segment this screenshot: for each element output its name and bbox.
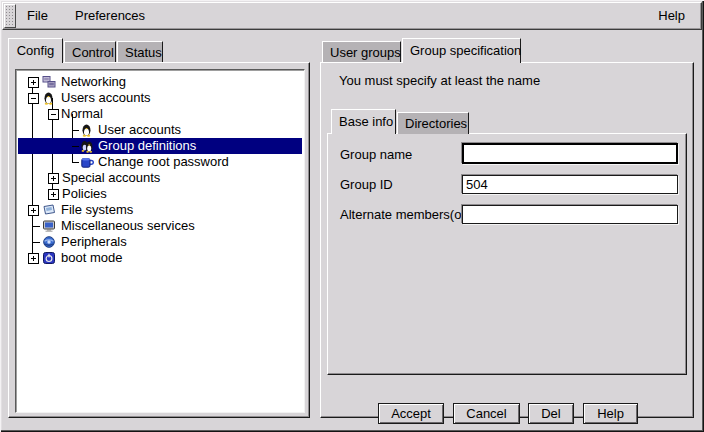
cancel-button[interactable]: Cancel [453,403,520,424]
tab-base-info[interactable]: Base info [331,109,396,134]
tree-item-networking[interactable]: Networking [16,74,304,90]
tree-item-label[interactable]: Peripherals [61,234,127,250]
collapse-minus-icon[interactable] [28,93,39,104]
group-id-label: Group ID [340,177,393,193]
tree-item-label[interactable]: Miscellaneous services [61,218,195,234]
tree-line [72,146,79,147]
tree-item-label[interactable]: Special accounts [62,170,160,186]
tree-item-label[interactable]: Group definitions [98,138,196,154]
expand-plus-icon[interactable] [28,253,39,264]
tree-item-group-definitions[interactable]: Group definitions [16,138,304,154]
expand-plus-icon[interactable] [28,205,39,216]
tree-item-user-accounts[interactable]: User accounts [16,122,304,138]
menu-bar: File Preferences Help [2,2,702,30]
disk-icon [42,203,56,217]
config-tree: Networking Users accounts Normal U [15,69,305,413]
tree-item-label[interactable]: boot mode [61,250,122,266]
tree-item-miscellaneous-services[interactable]: Miscellaneous services [16,218,304,234]
monitor-icon [42,219,56,233]
expand-plus-icon[interactable] [48,173,59,184]
tree-item-boot-mode[interactable]: boot mode [16,250,304,266]
accept-button[interactable]: Accept [378,403,444,424]
alternate-members-input[interactable] [462,205,678,224]
tree-item-label[interactable]: Normal [61,106,103,122]
menubar-drag-handle[interactable] [4,4,16,28]
tree-item-peripherals[interactable]: Peripherals [16,234,304,250]
penguin-group-icon [80,139,94,153]
menu-file[interactable]: File [21,8,54,24]
expand-plus-icon[interactable] [48,189,59,200]
group-specification-page: You must specify at least the name Base … [320,62,694,418]
tree-item-label[interactable]: Networking [61,74,126,90]
tree-item-label[interactable]: File systems [61,202,133,218]
tab-control[interactable]: Control [64,41,116,62]
help-button[interactable]: Help [583,403,638,424]
penguin-icon [80,123,94,137]
tree-item-label[interactable]: Change root password [98,154,229,170]
tree-item-change-root-password[interactable]: Change root password [16,154,304,170]
del-button[interactable]: Del [528,403,574,424]
form-message: You must specify at least the name [339,73,540,88]
tree-item-label[interactable]: User accounts [98,122,181,138]
collapse-minus-icon[interactable] [48,109,59,120]
networking-icon [42,75,56,89]
tab-group-specification[interactable]: Group specification [402,38,521,63]
penguin-icon [42,91,56,105]
tree-item-policies[interactable]: Policies [16,186,304,202]
config-page: Networking Users accounts Normal U [8,62,310,418]
tab-directories[interactable]: Directories [397,112,469,134]
peripheral-icon [42,235,56,249]
group-name-input[interactable] [462,143,678,164]
tree-item-label[interactable]: Users accounts [61,90,151,106]
tree-item-users-accounts[interactable]: Users accounts [16,90,304,106]
tree-item-file-systems[interactable]: File systems [16,202,304,218]
power-icon [42,251,56,265]
linuxconf-window: File Preferences Help Config Control Sta… [0,0,704,432]
group-name-label: Group name [340,147,412,163]
alternate-members-label: Alternate members(opt) [340,207,477,223]
menu-help[interactable]: Help [652,8,691,24]
menu-preferences[interactable]: Preferences [69,8,151,24]
tree-item-label[interactable]: Policies [62,186,107,202]
group-id-input[interactable] [462,175,678,194]
tree-item-special-accounts[interactable]: Special accounts [16,170,304,186]
tree-item-normal[interactable]: Normal [16,106,304,122]
base-info-panel: Group name Group ID Alternate members(op… [327,133,687,375]
tab-user-groups[interactable]: User groups [322,41,401,62]
tab-config[interactable]: Config [8,38,63,63]
expand-plus-icon[interactable] [28,77,39,88]
mug-icon [80,155,94,169]
tab-status[interactable]: Status [117,41,163,62]
